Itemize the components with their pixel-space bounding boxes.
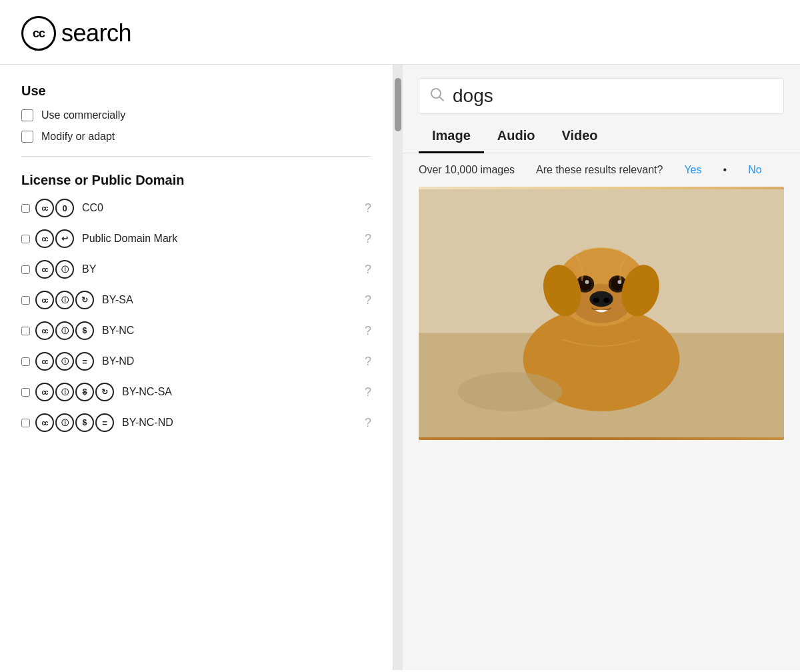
by-sa-help-icon[interactable]: ? (365, 293, 371, 307)
use-commercially-row: Use commercially (21, 109, 371, 121)
svg-point-11 (603, 298, 610, 303)
use-section-title: Use (21, 83, 371, 99)
license-by-nd-label: BY-ND (102, 355, 359, 367)
license-cc0-icons: cc 0 (35, 199, 74, 217)
license-by-sa-icons: cc ⓘ ↻ (35, 291, 94, 309)
results-count: Over 10,000 images (419, 164, 515, 176)
license-by-checkbox[interactable] (21, 265, 30, 274)
cc-zero-icon: 0 (55, 199, 74, 217)
license-by-icons: cc ⓘ (35, 260, 74, 279)
right-panel: Image Audio Video Over 10,000 images Are… (403, 65, 800, 670)
search-input[interactable] (453, 85, 773, 107)
cc-base-icon-pdm: cc (35, 229, 54, 248)
section-divider (21, 156, 371, 157)
relevance-no-button[interactable]: No (748, 164, 761, 176)
license-row-by-nc-sa: cc ⓘ $ ↻ BY-NC-SA ? (21, 383, 371, 401)
cc-nc-icon-nd: $ (75, 413, 94, 432)
by-nc-sa-help-icon[interactable]: ? (365, 385, 371, 399)
license-row-cc0: cc 0 CC0 ? (21, 199, 371, 217)
license-by-sa-checkbox[interactable] (21, 296, 30, 305)
left-panel: Use Use commercially Modify or adapt Lic… (0, 65, 393, 670)
relevance-yes-button[interactable]: Yes (684, 164, 701, 176)
main-layout: Use Use commercially Modify or adapt Lic… (0, 65, 800, 670)
license-by-nc-sa-checkbox[interactable] (21, 388, 30, 397)
results-header: Over 10,000 images Are these results rel… (419, 164, 784, 176)
license-row-by: cc ⓘ BY ? (21, 260, 371, 279)
cc-by-icon-nd: ⓘ (55, 352, 74, 371)
logo[interactable]: cc search (21, 16, 131, 51)
modify-or-adapt-checkbox[interactable] (21, 131, 33, 143)
license-pdm-label: Public Domain Mark (82, 233, 359, 245)
search-box (419, 78, 784, 114)
license-by-nc-sa-label: BY-NC-SA (122, 386, 359, 398)
tabs-area: Image Audio Video (403, 117, 800, 153)
cc-by-icon: ⓘ (55, 260, 74, 279)
logo-text: search (61, 19, 131, 47)
cc-base-icon-by-sa: cc (35, 291, 54, 309)
svg-point-10 (593, 298, 599, 303)
license-row-pdm: cc ↩ Public Domain Mark ? (21, 229, 371, 248)
svg-point-14 (585, 280, 589, 284)
header: cc search (0, 0, 800, 65)
cc-by-icon-nc-sa: ⓘ (55, 383, 74, 401)
cc-base-icon-by-nc-nd: cc (35, 413, 54, 432)
license-row-by-nd: cc ⓘ = BY-ND ? (21, 352, 371, 371)
license-by-label: BY (82, 263, 359, 275)
cc0-help-icon[interactable]: ? (365, 201, 371, 215)
license-by-nc-nd-icons: cc ⓘ $ = (35, 413, 114, 432)
cc-nc-icon-sa: $ (75, 383, 94, 401)
cc-base-icon-by-nc: cc (35, 321, 54, 340)
pdm-help-icon[interactable]: ? (365, 232, 371, 246)
cc-base-icon: cc (35, 199, 54, 217)
modify-or-adapt-row: Modify or adapt (21, 131, 371, 143)
license-by-nd-checkbox[interactable] (21, 357, 30, 366)
license-pdm-icons: cc ↩ (35, 229, 74, 248)
license-by-nc-label: BY-NC (102, 325, 359, 337)
tab-image[interactable]: Image (419, 117, 484, 153)
cc-nd-icon: = (75, 352, 94, 371)
by-nd-help-icon[interactable]: ? (365, 355, 371, 369)
relevance-question: Are these results relevant? (536, 164, 663, 176)
license-section-title: License or Public Domain (21, 173, 371, 188)
license-row-by-sa: cc ⓘ ↻ BY-SA ? (21, 291, 371, 309)
license-pdm-checkbox[interactable] (21, 235, 30, 243)
search-icon (430, 87, 445, 105)
scrollbar-thumb[interactable] (395, 78, 401, 131)
use-commercially-checkbox[interactable] (21, 109, 33, 121)
use-commercially-label: Use commercially (41, 109, 125, 121)
cc-pd-icon: ↩ (55, 229, 74, 248)
scrollbar-track[interactable] (393, 65, 403, 670)
svg-line-1 (440, 97, 444, 101)
license-by-nc-nd-checkbox[interactable] (21, 419, 30, 427)
license-row-by-nc-nd: cc ⓘ $ = BY-NC-ND ? (21, 413, 371, 432)
license-by-nc-sa-icons: cc ⓘ $ ↻ (35, 383, 114, 401)
license-by-nc-icons: cc ⓘ $ (35, 321, 94, 340)
modify-or-adapt-label: Modify or adapt (41, 131, 115, 143)
dog-image (419, 187, 784, 440)
tab-video[interactable]: Video (548, 117, 611, 153)
cc-base-icon-by-nc-sa: cc (35, 383, 54, 401)
cc-by-icon-nc-nd: ⓘ (55, 413, 74, 432)
by-nc-help-icon[interactable]: ? (365, 324, 371, 338)
cc-logo-circle: cc (21, 16, 56, 51)
cc-sa-icon: ↻ (75, 291, 94, 309)
license-cc0-label: CC0 (82, 202, 359, 214)
relevance-dot: • (723, 164, 727, 176)
license-by-nc-checkbox[interactable] (21, 327, 30, 335)
cc-nc-icon: $ (75, 321, 94, 340)
cc-by-icon-nc: ⓘ (55, 321, 74, 340)
cc-by-icon-sa: ⓘ (55, 291, 74, 309)
by-nc-nd-help-icon[interactable]: ? (365, 416, 371, 430)
dog-image-container[interactable] (419, 187, 784, 440)
results-area: Over 10,000 images Are these results rel… (403, 153, 800, 670)
license-cc0-checkbox[interactable] (21, 204, 30, 213)
cc-base-icon-by-nd: cc (35, 352, 54, 371)
svg-point-20 (458, 372, 563, 411)
by-help-icon[interactable]: ? (365, 263, 371, 277)
license-by-nc-nd-label: BY-NC-ND (122, 417, 359, 429)
license-by-sa-label: BY-SA (102, 294, 359, 306)
cc-nd-icon-nc: = (95, 413, 114, 432)
license-row-by-nc: cc ⓘ $ BY-NC ? (21, 321, 371, 340)
tab-audio[interactable]: Audio (484, 117, 549, 153)
svg-point-9 (589, 291, 613, 307)
